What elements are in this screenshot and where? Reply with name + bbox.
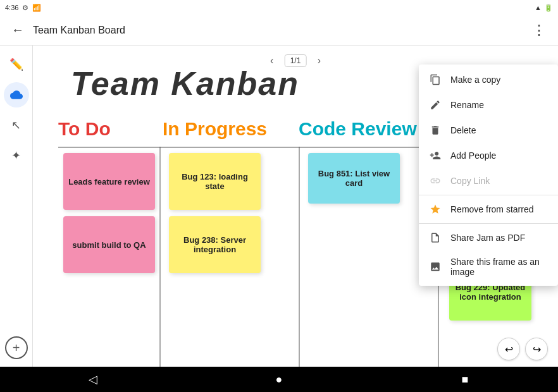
cloud-tool-button[interactable] [4,82,29,107]
menu-divider-2 [419,223,558,224]
divider-2 [299,147,300,367]
delete-icon [429,124,442,137]
menu-share-image-label: Share this frame as an image [450,257,548,277]
inprogress-column-header: In Progress [163,118,267,140]
context-menu: Make a copy Rename Delete Add People [419,64,558,286]
add-tool-button[interactable]: + [5,336,28,359]
prev-page-button[interactable]: ‹ [263,52,281,70]
copy-icon [429,73,442,86]
card-text: Bug 851: List view card [313,169,395,188]
page-indicator: 1/1 [285,54,307,67]
canvas-area: ‹ 1/1 › Team Kanban To Do In Progress Co… [33,46,558,367]
redo-button[interactable]: ↪ [525,338,548,360]
prev-icon: ‹ [270,55,273,66]
card-bug-851[interactable]: Bug 851: List view card [308,153,400,204]
shapes-tool-button[interactable]: ✦ [4,143,29,168]
menu-make-copy[interactable]: Make a copy [419,67,558,92]
back-button[interactable]: ← [8,20,28,40]
menu-remove-starred[interactable]: Remove from starred [419,197,558,222]
menu-share-pdf[interactable]: Share Jam as PDF [419,225,558,250]
menu-share-image[interactable]: Share this frame as an image [419,250,558,283]
add-people-icon [429,149,442,162]
status-right: ▲ 🔋 [535,4,553,12]
card-text: Leads feature review [68,177,150,187]
menu-rename-label: Rename [450,100,484,110]
recents-nav-button[interactable]: ■ [454,368,476,391]
status-left: 4:36 ⚙ 📶 [5,4,41,12]
card-bug-123[interactable]: Bug 123: loading state [169,153,261,210]
more-options-button[interactable]: ⋮ [528,19,550,42]
battery-icon: 🔋 [544,4,553,12]
codereview-column-header: Code Review [299,118,417,140]
back-nav-button[interactable]: ◁ [82,368,104,391]
board-title: Team Kanban [71,64,299,102]
more-icon: ⋮ [532,22,546,39]
settings-icon: ⚙ [22,4,28,12]
notification-icon: 📶 [32,4,41,12]
status-bar: 4:36 ⚙ 📶 ▲ 🔋 [0,0,558,15]
card-bug-238[interactable]: Bug 238: Server integration [169,216,261,273]
page-navigation: ‹ 1/1 › [263,52,328,70]
main-area: ✏️ ↖ ✦ + ‹ 1/1 › Team Kanban [0,46,558,367]
next-icon: › [318,55,321,66]
card-text: Bug 123: loading state [174,172,256,191]
menu-copy-link: Copy Link [419,168,558,193]
menu-remove-starred-label: Remove from starred [450,204,533,214]
back-arrow-icon: ← [11,23,24,37]
time: 4:36 [5,4,18,11]
android-nav-bar: ◁ ● ■ [0,367,558,392]
redo-icon: ↪ [533,343,541,355]
next-page-button[interactable]: › [310,52,328,70]
left-toolbar: ✏️ ↖ ✦ + [0,46,33,367]
divider-1 [159,147,161,367]
pen-tool-button[interactable]: ✏️ [4,52,29,77]
app-title: Team Kanban Board [33,25,528,36]
menu-rename[interactable]: Rename [419,92,558,118]
cursor-tool-button[interactable]: ↖ [4,113,29,138]
todo-column-header: To Do [58,118,111,140]
undo-button[interactable]: ↩ [497,338,520,360]
wifi-icon: ▲ [535,4,542,11]
share-image-icon [429,260,442,273]
home-nav-button[interactable]: ● [268,368,290,391]
menu-make-copy-label: Make a copy [450,75,500,85]
card-text: submit build to QA [72,240,146,250]
bottom-toolbar: ↩ ↪ [497,338,548,360]
menu-divider-1 [419,195,558,195]
menu-delete-label: Delete [450,125,476,135]
card-submit-build-qa[interactable]: submit build to QA [63,216,155,273]
star-icon [429,203,442,216]
menu-add-people[interactable]: Add People [419,143,558,168]
app-bar: ← Team Kanban Board ⋮ [0,15,558,46]
link-icon [429,175,442,187]
menu-share-pdf-label: Share Jam as PDF [450,233,525,243]
menu-add-people-label: Add People [450,150,496,161]
card-leads-feature-review[interactable]: Leads feature review [63,153,155,210]
share-pdf-icon [429,231,442,244]
undo-icon: ↩ [505,343,513,355]
card-text: Bug 238: Server integration [174,235,256,254]
rename-icon [429,99,442,111]
menu-delete[interactable]: Delete [419,118,558,143]
menu-copy-link-label: Copy Link [450,176,490,186]
